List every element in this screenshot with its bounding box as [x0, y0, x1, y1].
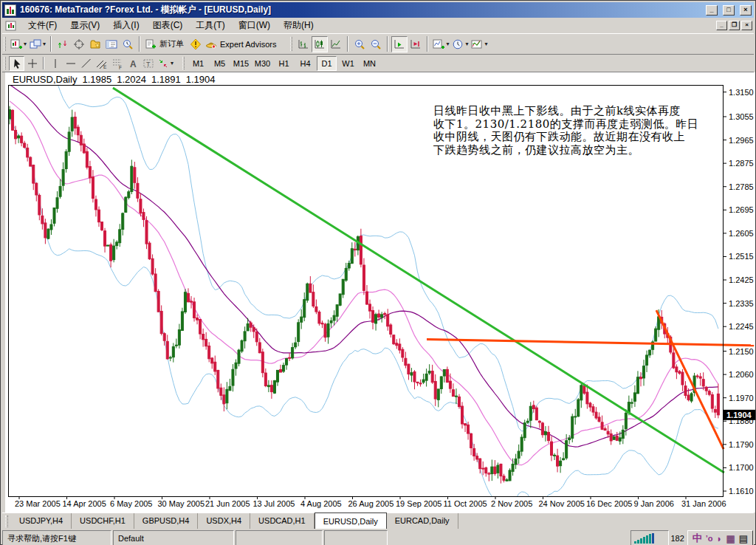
arrows-button[interactable]: ▾ — [156, 56, 175, 71]
date-axis[interactable]: 23 Mar 200514 Apr 20056 May 200530 May 2… — [15, 496, 726, 508]
chart-shift-button[interactable] — [408, 36, 424, 52]
terminal-button[interactable] — [103, 36, 120, 52]
trendline-button[interactable] — [78, 56, 94, 71]
close-icon[interactable]: × — [740, 5, 752, 16]
menu-items: 文件(F)显示(V)插入(I)图表(C)工具(T)窗口(W)帮助(H) — [21, 17, 320, 35]
crosshair-button[interactable] — [24, 56, 40, 71]
channel-button[interactable]: E — [94, 56, 109, 71]
zoom-in-button[interactable] — [351, 36, 368, 52]
status-spacer — [389, 530, 629, 545]
child-restore-icon[interactable]: ❐ — [729, 21, 740, 30]
market-watch-button[interactable] — [55, 36, 71, 52]
auto-scroll-button[interactable] — [391, 36, 408, 52]
strategy-tester-button[interactable] — [120, 36, 136, 52]
connection-signal-icon — [630, 530, 669, 545]
zoom-out-button[interactable] — [368, 36, 384, 52]
line-chart-icon — [330, 38, 342, 50]
new-order-button[interactable]: 新订单 — [143, 36, 188, 52]
price-axis[interactable]: 1.31501.30551.29651.28751.27851.26951.26… — [723, 88, 755, 496]
fibonacci-icon: F — [111, 58, 123, 69]
svg-text:1.2695: 1.2695 — [729, 205, 754, 214]
menu-item-2[interactable]: 插入(I) — [106, 17, 145, 35]
vertical-line-icon — [49, 58, 61, 69]
menu-item-3[interactable]: 图表(C) — [146, 17, 190, 35]
fibonacci-button[interactable]: F — [109, 56, 125, 71]
timeframe-d1[interactable]: D1 — [317, 56, 337, 71]
text-button[interactable]: A — [125, 56, 140, 71]
timeframe-m1[interactable]: M1 — [188, 56, 208, 71]
crosshair-target-icon — [73, 38, 85, 50]
chart-area[interactable]: EURUSD,Daily1.19851.20241.18911.1904 日线昨… — [5, 72, 755, 513]
chart-tab-gbpusd-h4[interactable]: GBPUSD,H4 — [134, 513, 199, 529]
menu-item-6[interactable]: 帮助(H) — [277, 17, 320, 35]
tabbar-grip[interactable] — [5, 515, 8, 527]
menu-item-1[interactable]: 显示(V) — [63, 17, 106, 35]
toolbar-grip[interactable] — [182, 57, 185, 69]
menu-item-4[interactable]: 工具(T) — [189, 17, 231, 35]
chart-tab-usdjpy-h4[interactable]: USDJPY,H4 — [11, 513, 72, 529]
status-empty-panel — [236, 530, 323, 545]
menu-item-0[interactable]: 文件(F) — [21, 17, 63, 35]
chart-tab-eurcad-daily[interactable]: EURCAD,Daily — [387, 513, 458, 529]
timeframe-m5[interactable]: M5 — [210, 56, 230, 71]
timeframe-w1[interactable]: W1 — [338, 56, 358, 71]
keyboard-icon[interactable]: ▦ — [726, 533, 735, 544]
maximize-icon[interactable]: □ — [723, 5, 735, 16]
minimize-icon[interactable]: _ — [706, 5, 718, 16]
data-window-button[interactable] — [71, 36, 87, 52]
svg-text:1.1970: 1.1970 — [729, 394, 754, 402]
timeframe-m15[interactable]: M15 — [231, 56, 251, 71]
horizontal-line-button[interactable] — [63, 56, 78, 71]
toolbar-grip[interactable] — [4, 57, 6, 69]
template-icon — [471, 38, 483, 50]
svg-text:1.2605: 1.2605 — [729, 229, 754, 238]
text-label-icon: T — [142, 58, 154, 69]
ime-mode-icon[interactable]: ʼo — [706, 534, 713, 543]
channel-icon: E — [96, 58, 108, 69]
zoom-in-icon — [354, 38, 365, 50]
vertical-line-button[interactable] — [47, 56, 63, 71]
timeframe-h4[interactable]: H4 — [295, 56, 315, 71]
child-close-icon[interactable]: × — [741, 21, 752, 30]
line-chart-button[interactable] — [328, 36, 344, 52]
chevron-down-icon: ▾ — [484, 41, 487, 47]
bar-chart-icon — [298, 38, 309, 50]
svg-text:1.2875: 1.2875 — [729, 159, 754, 168]
ime-chinese-icon[interactable]: 中 — [693, 532, 702, 545]
templates-button[interactable]: ▾ — [470, 36, 489, 52]
expert-advisors-button[interactable]: Expert Advisors — [204, 36, 280, 52]
child-minimize-icon[interactable]: _ — [716, 21, 727, 30]
toolbar-grip[interactable] — [290, 37, 292, 51]
periods-button[interactable]: ▾ — [450, 36, 470, 52]
text-label-button[interactable]: T — [140, 56, 156, 71]
chart-tab-eurusd-daily[interactable]: EURUSD,Daily — [315, 513, 387, 529]
timeframe-mn[interactable]: MN — [360, 56, 379, 71]
candlestick-chart-button[interactable] — [312, 36, 328, 52]
chart-tab-usdcad-h1[interactable]: USDCAD,H1 — [250, 513, 315, 529]
status-profile[interactable]: Default — [113, 530, 234, 545]
chart-zone: EURUSD,Daily1.19851.20241.18911.1904 日线昨… — [2, 72, 754, 513]
alert-diamond-icon — [190, 38, 202, 50]
svg-text:4 Aug 2005: 4 Aug 2005 — [300, 499, 342, 508]
ime-brush-icon[interactable]: ◗ — [717, 533, 723, 544]
bar-chart-button[interactable] — [295, 36, 312, 52]
navigator-button[interactable] — [87, 36, 103, 52]
timeframe-h1[interactable]: H1 — [274, 56, 294, 71]
chart-tab-usdx-h4[interactable]: USDX,H4 — [198, 513, 250, 529]
toolbar-grip[interactable] — [4, 37, 6, 51]
new-order-icon — [145, 38, 157, 50]
menu-item-5[interactable]: 窗口(W) — [232, 17, 277, 35]
chart-tab-usdchf-h1[interactable]: USDCHF,H1 — [72, 513, 134, 529]
cursor-button[interactable] — [9, 56, 24, 71]
options-menu-icon[interactable]: ▤ — [739, 533, 748, 544]
menu-bar: 文件(F)显示(V)插入(I)图表(C)工具(T)窗口(W)帮助(H) _ ❐ … — [2, 18, 754, 34]
language-bar[interactable]: 中 ʼo ◗ ▦ ▤ — [687, 530, 753, 545]
new-order-label: 新订单 — [157, 38, 186, 49]
timeframe-m30[interactable]: M30 — [252, 56, 272, 71]
profiles-button[interactable]: ▾ — [28, 36, 47, 52]
magnifier-clock-icon — [122, 38, 134, 50]
new-chart-button[interactable]: ▾ — [9, 36, 28, 52]
indicators-button[interactable]: ▾ — [431, 36, 450, 52]
status-bar: 寻求帮助,请按F1键 Default 182 中 ʼo ◗ ▦ ▤ — [2, 529, 754, 545]
metaeditor-button[interactable] — [188, 36, 204, 52]
